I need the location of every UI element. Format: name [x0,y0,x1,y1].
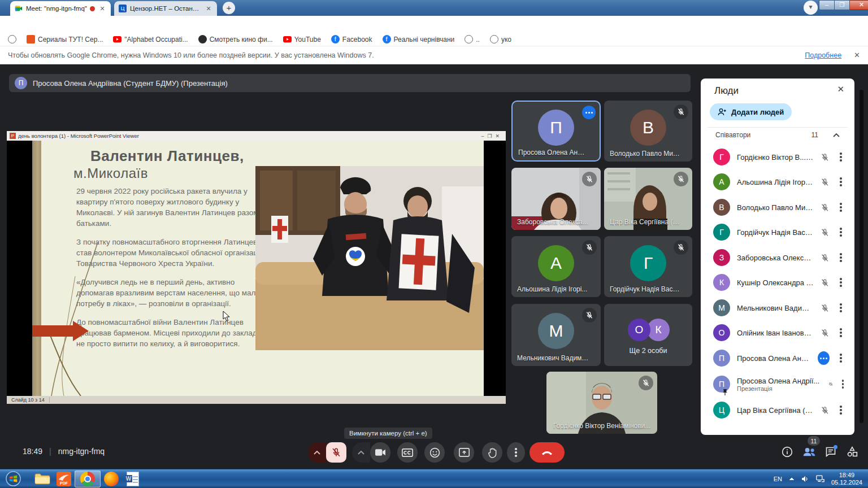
participant-menu-button[interactable] [836,303,845,312]
volume-icon[interactable] [801,476,809,482]
participant-menu-button[interactable] [836,203,845,212]
participant-menu-button[interactable] [836,253,845,262]
video-tile-tsar[interactable]: Цар Віка Сергіївна (С... [604,168,692,230]
avatar: М [713,299,730,316]
leave-call-button[interactable] [530,442,565,463]
tab-censor[interactable]: Ц Цензор.НЕТ – Останні новини У ✕ [114,1,217,16]
windows-start-icon [6,471,21,486]
raise-hand-button[interactable] [482,442,502,463]
video-tile-zaborovska[interactable]: Заборовська Олекса... [511,168,601,230]
taskbar-explorer[interactable] [32,470,53,487]
participant-menu-button[interactable] [836,406,845,415]
participant-row[interactable]: В Володько Павло Мико... [701,195,854,220]
mic-toggle-button-muted[interactable] [326,442,346,463]
people-panel-button[interactable] [802,446,816,459]
participant-menu-button[interactable] [836,228,845,237]
maximize-button[interactable]: ❐ [835,0,850,10]
tile-name: Гордієнко Віктор Веніамінови... [553,422,651,430]
person-add-icon [718,108,727,116]
minimize-button[interactable]: – [819,0,835,10]
video-tile-hordiichuk[interactable]: Г Гордійчук Надія Васи... [604,236,692,297]
bookmark-item[interactable]: уко [490,35,511,43]
video-tile-volodko[interactable]: В Володько Павло Мик... [604,101,692,162]
participant-row[interactable]: О Олійник Іван Іванович (... [701,320,854,345]
mic-off-icon [821,278,829,287]
participant-menu-button[interactable] [840,380,845,389]
tab-close-icon[interactable]: ✕ [98,5,106,12]
taskbar-chrome-active[interactable] [75,470,101,487]
participant-menu-button[interactable] [836,152,845,162]
screen: Meet: "nmg-itgn-fmq" ✕ Ц Цензор.НЕТ – Ос… [0,0,868,488]
participant-menu-button[interactable] [836,328,845,337]
activities-button[interactable] [847,446,858,459]
participant-row[interactable]: Г Гордійчук Надія Василі... [701,220,854,245]
participant-menu-button[interactable] [836,278,845,287]
bookmark-item[interactable]: "Alphabet Occupati... [113,35,188,43]
bookmark-item[interactable] [8,35,16,43]
info-icon [782,446,793,457]
participant-row[interactable]: А Альошина Лідія Ігорівн... [701,169,854,194]
add-people-button[interactable]: Додати людей [710,103,792,120]
video-tile-hordiienko[interactable]: Гордієнко Віктор Веніамінови... [546,372,657,434]
participant-row[interactable]: Г Гордієнко Віктор В... (Ви) [701,145,854,169]
camera-toggle-button[interactable] [370,442,390,463]
participant-row-presentation[interactable]: П Просова Олена Андрії... Презентація [701,369,854,399]
mic-off-icon [582,240,597,255]
bookmark-item[interactable]: YouTube [283,35,321,43]
tab-meet[interactable]: Meet: "nmg-itgn-fmq" ✕ [10,1,111,16]
start-button[interactable] [2,470,24,487]
hidden-icons-chevron[interactable] [789,477,795,481]
tab-search-chevron-button[interactable]: ▾ [804,1,818,15]
mic-off-icon [821,203,829,212]
bookmark-item[interactable]: .. [465,35,480,43]
mic-off-icon [674,104,688,119]
contributors-section-header[interactable]: Співавтори 11 [708,127,848,142]
bookmark-item[interactable]: fРеальні чернівчани [383,35,455,43]
more-options-button[interactable] [507,442,525,463]
taskbar-foxit-pdf[interactable]: PDF [53,470,75,487]
bookmark-item[interactable]: fFacebook [331,35,372,43]
mic-options-chevron[interactable] [308,442,326,463]
participant-menu-button[interactable] [836,354,845,363]
bookmark-item[interactable]: Смотреть кино фи... [198,35,273,43]
bookmark-item[interactable]: Сериалы ТУТ! Сер... [27,35,103,43]
new-tab-button[interactable]: + [223,2,235,14]
tile-more-button[interactable] [582,106,596,119]
present-icon [459,448,470,457]
video-tile-aloshyna[interactable]: А Альошина Лідія Ігорі... [511,236,601,297]
reactions-button[interactable] [424,442,445,463]
keyboard-language[interactable]: EN [774,476,782,482]
camera-options-chevron[interactable] [352,442,370,463]
meeting-details-button[interactable] [782,446,793,459]
mic-off-icon [331,447,341,457]
participant-row[interactable]: Ц Цар Віка Сергіївна (Сту... [701,398,854,422]
clock-text: 18:49 [23,447,42,456]
participant-row[interactable]: К Кушнір Олександра О... [701,270,854,295]
video-tile-melnykovych[interactable]: М Мельникович Вадим І... [511,304,601,366]
video-tile-prosova[interactable]: П Просова Олена Андр... [511,101,601,162]
tab-close-icon[interactable]: ✕ [205,5,212,12]
taskbar-firefox[interactable] [101,470,122,487]
participant-menu-button[interactable] [836,177,845,186]
chat-button[interactable] [825,446,836,459]
notice-close-icon[interactable]: ✕ [854,51,860,59]
participant-name: Просова Олена Андрії... [737,377,822,385]
tray-clock[interactable]: 18:49 05.12.2024 [831,472,862,486]
close-button[interactable]: ✕ [850,0,868,10]
tile-name: Заборовська Олекса... [517,218,588,226]
notice-details-link[interactable]: Подробнее [805,51,841,59]
participant-row[interactable]: М Мельникович Вадим Ів... [701,295,854,320]
participant-row[interactable]: П Просова Олена Андрії... [701,346,854,371]
video-tile-more-people[interactable]: О К Ще 2 особи [604,304,692,366]
avatar: О [713,324,730,341]
present-button[interactable] [454,442,474,463]
participant-row[interactable]: З Заборовська Олексан... [701,245,854,270]
captions-button[interactable] [397,442,418,463]
network-icon[interactable] [816,475,824,482]
people-panel-close-icon[interactable]: ✕ [837,84,844,94]
panel-scrollbar[interactable] [860,90,863,423]
taskbar-word[interactable]: W [122,470,144,487]
ppt-window-controls[interactable]: –❐✕ [481,133,503,139]
ppt-window-titlebar: P день волонтера (1) - Microsoft PowerPo… [7,131,506,141]
camera-tooltip: Вимкнути камеру (ctrl + e) [344,428,432,439]
